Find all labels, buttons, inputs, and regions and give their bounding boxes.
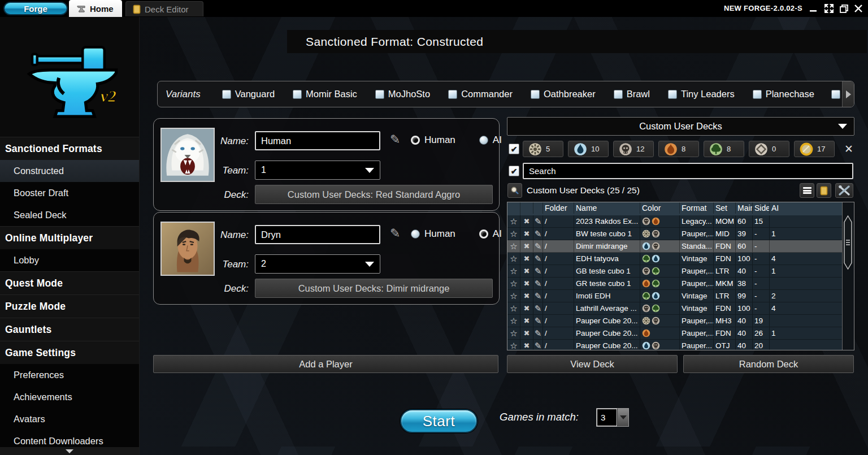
deck-delete-icon[interactable]: ✖ [520, 228, 533, 240]
sidebar-item-game-settings[interactable]: Game Settings [0, 341, 139, 364]
search-checkbox[interactable]: ✔ [509, 166, 519, 176]
player2-team-dropdown[interactable]: 2 [255, 254, 380, 274]
sidebar-item-sanctioned-formats[interactable]: Sanctioned Formats [0, 137, 139, 160]
deck-delete-icon[interactable]: ✖ [520, 278, 533, 289]
mana-filter-gold-button[interactable]: 17 [794, 141, 835, 157]
card-view-button[interactable] [817, 183, 831, 198]
variant-option-brawl[interactable]: Brawl [614, 89, 650, 99]
mana-filter-white-button[interactable]: 5 [523, 141, 563, 157]
deck-delete-icon[interactable]: ✖ [520, 290, 533, 302]
games-in-match-dropdown-button[interactable] [617, 409, 628, 426]
deck-edit-icon[interactable]: ✎ [533, 340, 543, 350]
deck-delete-icon[interactable]: ✖ [520, 265, 533, 277]
forge-menu-button[interactable]: Forge [3, 2, 68, 15]
deck-edit-icon[interactable]: ✎ [533, 240, 543, 252]
deck-favorite-star-icon[interactable]: ☆ [507, 290, 520, 302]
variant-option-mojhosto[interactable]: MoJhoSto [375, 89, 430, 99]
deck-row-dimir-midrange[interactable]: ☆✖✎/Dimir midrange Standa...FDN60- [507, 240, 854, 253]
column-header-side[interactable]: Side [753, 202, 770, 214]
deck-row-bw-teste-cubo-1[interactable]: ☆✖✎/BW teste cubo 1 Pauper,...MID39-1 [507, 228, 854, 240]
checkbox-icon[interactable] [375, 90, 384, 99]
deck-favorite-star-icon[interactable]: ☆ [507, 215, 520, 227]
search-input[interactable] [523, 163, 853, 179]
clear-filters-icon[interactable]: ✕ [844, 142, 853, 155]
player1-edit-name-icon[interactable]: ✎ [390, 132, 400, 147]
checkbox-icon[interactable] [222, 90, 231, 99]
column-header-ai[interactable]: AI [770, 202, 854, 214]
player1-avatar[interactable] [160, 128, 215, 182]
sidebar-item-lobby[interactable]: Lobby [0, 249, 139, 271]
random-deck-button[interactable]: Random Deck [683, 355, 854, 373]
checkbox-icon[interactable] [753, 90, 762, 99]
checkbox-icon[interactable] [531, 90, 540, 99]
search-filter-button[interactable] [507, 183, 522, 198]
player2-ai-radio[interactable] [479, 229, 488, 239]
games-in-match-value[interactable]: 3 [597, 409, 617, 426]
deck-edit-icon[interactable]: ✎ [533, 215, 543, 227]
player1-name-input[interactable] [255, 131, 380, 150]
deck-edit-icon[interactable]: ✎ [533, 290, 543, 302]
column-header-color[interactable]: Color [640, 202, 680, 214]
deck-delete-icon[interactable]: ✖ [520, 327, 533, 339]
deck-favorite-star-icon[interactable]: ☆ [507, 315, 520, 327]
player2-human-radio[interactable] [411, 229, 420, 239]
player2-name-input[interactable] [255, 225, 380, 244]
color-filter-checkbox[interactable]: ✔ [509, 144, 519, 154]
deck-delete-icon[interactable]: ✖ [520, 215, 533, 227]
deck-delete-icon[interactable]: ✖ [520, 302, 533, 314]
player1-deck-button[interactable]: Custom User Decks: Red Standard Aggro [255, 185, 493, 204]
tab-home[interactable]: Home [69, 0, 122, 17]
variant-option-planechase[interactable]: Planechase [753, 89, 814, 99]
view-deck-button[interactable]: View Deck [507, 355, 678, 373]
column-header-main[interactable]: Main [736, 202, 753, 214]
restore-button[interactable] [837, 2, 850, 15]
player1-ai-radio[interactable] [479, 136, 488, 145]
sidebar-item-booster-draft[interactable]: Booster Draft [0, 182, 139, 204]
deck-edit-icon[interactable]: ✎ [533, 278, 543, 289]
deck-delete-icon[interactable]: ✖ [520, 240, 533, 252]
mana-filter-red-button[interactable]: 8 [658, 141, 699, 157]
deck-favorite-star-icon[interactable]: ☆ [507, 253, 520, 265]
deck-favorite-star-icon[interactable]: ☆ [507, 278, 520, 289]
sidebar-item-sealed-deck[interactable]: Sealed Deck [0, 204, 139, 226]
mana-filter-black-button[interactable]: 12 [613, 141, 654, 157]
sidebar-item-preferences[interactable]: Preferences [0, 364, 139, 386]
deck-source-dropdown[interactable]: Custom User Decks [507, 117, 854, 136]
deck-delete-icon[interactable]: ✖ [520, 315, 533, 327]
variant-option-momir-basic[interactable]: Momir Basic [293, 89, 357, 99]
sidebar-scroll-down-button[interactable] [0, 447, 139, 455]
variant-checkbox-partial[interactable] [831, 90, 840, 99]
variants-scroll-right-button[interactable] [842, 81, 854, 107]
checkbox-icon[interactable] [448, 90, 457, 99]
deck-delete-icon[interactable]: ✖ [520, 253, 533, 265]
deck-row-edh-tatyova[interactable]: ☆✖✎/EDH tatyova VintageFDN100-4 [507, 253, 854, 265]
deck-edit-icon[interactable]: ✎ [533, 302, 543, 314]
sidebar-item-achievements[interactable]: Achievements [0, 386, 139, 408]
sidebar-item-gauntlets[interactable]: Gauntlets [0, 318, 139, 341]
deck-edit-icon[interactable]: ✎ [533, 327, 543, 339]
deck-edit-icon[interactable]: ✎ [533, 253, 543, 265]
checkbox-icon[interactable] [293, 90, 302, 99]
checkbox-icon[interactable] [614, 90, 623, 99]
player2-deck-button[interactable]: Custom User Decks: Dimir midrange [255, 279, 493, 298]
player1-human-radio[interactable] [411, 136, 420, 145]
close-button[interactable] [852, 2, 865, 15]
sidebar-item-avatars[interactable]: Avatars [0, 408, 139, 430]
deck-favorite-star-icon[interactable]: ☆ [507, 327, 520, 339]
column-header-set[interactable]: Set [714, 202, 736, 214]
variant-option-tiny-leaders[interactable]: Tiny Leaders [668, 89, 735, 99]
add-player-button[interactable]: Add a Player [153, 355, 498, 373]
checkbox-icon[interactable] [668, 90, 677, 99]
deck-row-gb-teste-cubo-1[interactable]: ☆✖✎/GB teste cubo 1 Pauper,...LTR40-1 [507, 265, 854, 278]
variant-option-commander[interactable]: Commander [448, 89, 513, 99]
deck-tools-button[interactable] [835, 183, 853, 198]
deck-edit-icon[interactable]: ✎ [533, 228, 543, 240]
variant-option-vanguard[interactable]: Vanguard [222, 89, 275, 99]
deck-edit-icon[interactable]: ✎ [533, 265, 543, 277]
list-view-button[interactable] [800, 183, 814, 198]
start-button[interactable]: Start [400, 409, 478, 433]
variant-option-oathbreaker[interactable]: Oathbreaker [531, 89, 596, 99]
deck-favorite-star-icon[interactable]: ☆ [507, 340, 520, 350]
column-header-folder[interactable]: Folder [543, 202, 574, 214]
sidebar-item-puzzle-mode[interactable]: Puzzle Mode [0, 294, 139, 318]
